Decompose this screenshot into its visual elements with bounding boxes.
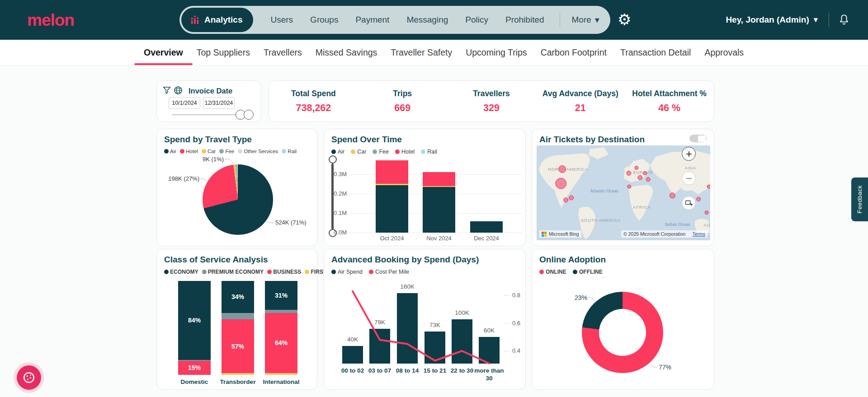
stacked-bar-dec-2024[interactable] (470, 221, 503, 233)
settings-gear-icon[interactable]: ⚙ (618, 12, 631, 27)
map-bubble[interactable] (697, 197, 701, 201)
feedback-tab[interactable]: Feedback (851, 177, 868, 221)
notifications-bell-icon[interactable] (838, 14, 850, 26)
card-title: Spend by Travel Type (164, 135, 317, 145)
map-zoom-in-button[interactable] (682, 147, 696, 161)
stacked-bar-international[interactable]: 31%64% (265, 281, 297, 375)
map-bubble[interactable] (559, 166, 566, 173)
map-bubble[interactable] (670, 193, 675, 198)
globe-icon[interactable] (174, 86, 183, 95)
map-bubble[interactable] (643, 171, 647, 175)
right-axis-tick: 0.6 (512, 320, 525, 327)
map-zoom-out-button[interactable] (682, 171, 696, 185)
map-bubble[interactable] (627, 185, 631, 188)
map-bubble[interactable] (569, 196, 574, 200)
stacked-bar-oct-2024[interactable] (376, 160, 408, 233)
tab-travellers[interactable]: Travellers (264, 40, 302, 65)
legend-item-air[interactable]: Air (164, 149, 176, 154)
bar-segment-first[interactable] (222, 373, 254, 375)
tab-upcoming-trips[interactable]: Upcoming Trips (466, 40, 527, 65)
rectangle-select-cursor-icon (685, 200, 693, 207)
bar-segment-air[interactable] (376, 185, 408, 233)
stacked-bar-transborder[interactable]: 34%57% (222, 281, 254, 375)
pie-chart[interactable] (203, 164, 273, 235)
user-menu-chevron-icon[interactable]: ▼ (814, 17, 818, 23)
brand-logo[interactable]: melon (27, 11, 74, 30)
end-date-input[interactable] (203, 97, 235, 109)
start-date-input[interactable] (169, 97, 200, 109)
bar-00-to-02[interactable] (342, 346, 363, 364)
tab-missed-savings[interactable]: Missed Savings (316, 40, 377, 65)
bar-value-label: 79K (364, 319, 396, 326)
x-axis-label: 08 to 14 (392, 367, 423, 375)
chevron-down-icon: ▼ (595, 17, 599, 23)
map-bubble[interactable] (646, 177, 650, 182)
bar-segment-business[interactable]: 57% (222, 319, 254, 373)
map-container[interactable]: NORTH AMERICAEUROPEASIAAFRICASOUTH AMERI… (537, 145, 710, 240)
nav-item-policy[interactable]: Policy (465, 15, 488, 25)
bar-22-to-30[interactable] (452, 319, 472, 364)
legend-item-car[interactable]: Car (202, 149, 216, 154)
x-axis-label: Dec 2024 (464, 235, 509, 242)
x-axis-label: Nov 2024 (416, 235, 462, 242)
top-navbar: melon AnalyticsUsersGroupsPaymentMessagi… (0, 0, 868, 40)
map-bubble[interactable] (564, 198, 568, 202)
bar-segment-hotel[interactable] (423, 172, 455, 186)
nav-item-analytics-active[interactable]: Analytics (181, 8, 253, 32)
map-selection-tool-button[interactable] (682, 196, 696, 210)
stacked-bar-domestic[interactable]: 84%15% (178, 281, 211, 375)
map-toggle-switch[interactable] (689, 135, 707, 142)
map-bubble[interactable] (707, 185, 710, 188)
bar-segment-air[interactable] (470, 221, 503, 233)
tab-overview[interactable]: Overview (144, 40, 183, 65)
terms-link[interactable]: Terms (692, 231, 705, 237)
nav-item-messaging[interactable]: Messaging (406, 15, 448, 25)
y-axis-tick: 0.1M (328, 210, 347, 216)
bar-segment-first[interactable] (265, 373, 297, 375)
legend-item-other-services[interactable]: Other Services (238, 149, 278, 154)
legend-item-rail[interactable]: Rail (282, 149, 297, 154)
bar-segment-business[interactable]: 64% (265, 313, 297, 373)
bar-more-than-30[interactable] (479, 337, 500, 364)
bar-15-to-21[interactable] (425, 332, 445, 364)
world-map[interactable]: NORTH AMERICAEUROPEASIAAFRICASOUTH AMERI… (537, 145, 710, 240)
bar-segment-economy[interactable]: 31% (265, 281, 297, 310)
kpi-trips: Trips669 (358, 89, 447, 114)
legend-item-fee[interactable]: Fee (219, 149, 234, 154)
bar-03-to-07[interactable] (369, 329, 390, 364)
tab-carbon-footprint[interactable]: Carbon Footprint (541, 40, 607, 65)
legend-item-hotel[interactable]: Hotel (180, 149, 198, 154)
map-continent-label: ASIA (685, 166, 696, 171)
nav-more-menu[interactable]: More ▼ (572, 15, 599, 25)
legend-item-offline[interactable]: OFFLINE (573, 269, 603, 275)
bar-segment-hotel[interactable] (376, 160, 408, 184)
cookie-settings-button[interactable] (17, 365, 41, 390)
nav-item-groups[interactable]: Groups (310, 15, 338, 25)
tab-traveller-safety[interactable]: Traveller Safety (391, 40, 452, 65)
map-bubble[interactable] (635, 166, 638, 170)
tab-approvals[interactable]: Approvals (704, 40, 744, 65)
user-greeting[interactable]: Hey, Jordan (Admin) (726, 15, 809, 25)
tab-transaction-detail[interactable]: Transaction Detail (620, 40, 691, 65)
bar-segment-business[interactable]: 15% (178, 361, 211, 375)
bar-segment-premium-economy[interactable] (222, 313, 254, 320)
bar-segment-economy[interactable]: 34% (222, 281, 254, 313)
date-range-slider-handle-end[interactable] (244, 110, 254, 120)
nav-item-prohibited[interactable]: Prohibited (505, 15, 544, 25)
map-bubble[interactable] (627, 171, 631, 175)
bar-segment-economy[interactable]: 84% (178, 281, 211, 360)
tab-top-suppliers[interactable]: Top Suppliers (197, 40, 250, 65)
map-bubble[interactable] (556, 178, 566, 189)
nav-item-payment[interactable]: Payment (355, 15, 389, 25)
nav-item-label: Analytics (204, 15, 242, 25)
map-bubble[interactable] (705, 211, 708, 215)
kpi-row: Total Spend738,262Trips669Travellers329A… (269, 81, 714, 121)
pie-data-label: 198K (27%) (160, 175, 199, 182)
stacked-bar-nov-2024[interactable] (423, 172, 455, 233)
legend-item-online[interactable]: ONLINE (539, 269, 566, 275)
nav-item-users[interactable]: Users (270, 15, 293, 25)
map-bubble[interactable] (638, 175, 642, 180)
bar-08-to-14[interactable] (397, 293, 418, 364)
filter-funnel-icon[interactable] (162, 86, 171, 95)
bar-segment-air[interactable] (423, 187, 455, 233)
